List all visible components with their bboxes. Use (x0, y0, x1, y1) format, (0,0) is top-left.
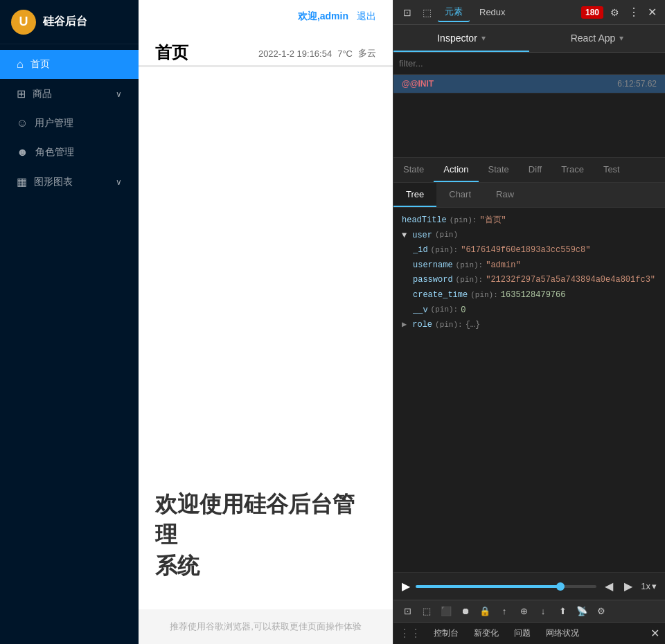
tree-user-fields: _id (pin): "6176149f60e1893a3cc559c8" us… (402, 243, 657, 318)
page-content: 欢迎使用硅谷后台管理 系统 (139, 67, 393, 609)
top-bar: 欢迎,admin 退出 (139, 0, 393, 33)
toolbar-btn-5[interactable]: 🔒 (477, 603, 493, 620)
console-tab-issues[interactable]: 问题 (507, 625, 538, 642)
play-button[interactable]: ▶ (402, 580, 410, 593)
weather-temp: 7°C (337, 48, 353, 59)
footer-tip: 推荐使用谷歌浏览器,可以获取更佳页面操作体验 (139, 609, 393, 644)
devtools-device-btn[interactable]: ⬚ (418, 4, 435, 21)
chevron-down-icon: ∨ (116, 89, 122, 99)
logo-icon: U (11, 10, 36, 35)
devtools-topbar: ⊡ ⬚ 元素 Redux 180 ⚙ ⋮ ✕ (393, 0, 665, 25)
devtools-toolbar: ⊡ ⬚ ⬛ ⏺ 🔒 ↑ ⊕ ↓ ⬆ 📡 ⚙ (393, 600, 665, 622)
progress-thumb (556, 582, 565, 591)
toolbar-btn-6[interactable]: ↑ (496, 603, 513, 620)
toolbar-btn-10[interactable]: 📡 (574, 603, 590, 620)
weather-desc: 多云 (358, 47, 376, 60)
page-meta: 2022-1-2 19:16:54 7°C 多云 (258, 42, 376, 65)
state-tab-diff[interactable]: Diff (519, 158, 551, 182)
console-bar: ⋮⋮ 控制台 新变化 问题 网络状况 ✕ (393, 622, 665, 644)
toolbar-btn-9[interactable]: ⬆ (554, 603, 571, 620)
tab-react-app[interactable]: React App ▾ (529, 25, 665, 52)
state-tabs: State Action State Diff Trace Test (393, 158, 665, 183)
progress-bar[interactable] (416, 585, 596, 588)
welcome-text: 欢迎使用硅谷后台管理 系统 (155, 489, 376, 582)
collapse-icon: ▼ (402, 229, 407, 244)
inspector-reactapp-bar: Inspector ▾ React App ▾ (393, 25, 665, 53)
logout-button[interactable]: 退出 (357, 10, 376, 23)
sidebar-item-goods[interactable]: ⊞ 商品 ∨ (0, 79, 139, 109)
tab-inspector[interactable]: Inspector ▾ (393, 25, 529, 52)
toolbar-btn-4[interactable]: ⏺ (457, 603, 474, 620)
toolbar-btn-8[interactable]: ↓ (535, 603, 551, 620)
toolbar-btn-2[interactable]: ⬚ (418, 603, 435, 620)
inspector-arrow: ▾ (481, 33, 486, 43)
react-app-label: React App (571, 33, 616, 44)
sidebar-item-roles-label: 角色管理 (35, 146, 74, 159)
content-area: 欢迎,admin 退出 首页 2022-1-2 19:16:54 7°C 多云 (139, 0, 393, 644)
sidebar-nav: ⌂ 首页 ⊞ 商品 ∨ ☺ 用户管理 ☻ 角色管理 (0, 44, 139, 644)
speed-select[interactable]: 1x ▾ (641, 581, 657, 591)
sidebar-item-charts-label: 图形图表 (34, 176, 73, 188)
sidebar-item-charts[interactable]: ▦ 图形图表 ∨ (0, 167, 139, 197)
filter-input[interactable] (399, 58, 659, 69)
console-close-button[interactable]: ✕ (650, 627, 659, 640)
sidebar: U 硅谷后台 ⌂ 首页 ⊞ 商品 ∨ ☺ 用 (0, 0, 139, 644)
roles-icon: ☻ (17, 146, 28, 159)
devtools-settings-btn[interactable]: ⚙ (606, 4, 623, 21)
filter-bar (393, 53, 665, 75)
state-tab-action[interactable]: Action (434, 158, 478, 182)
action-name: @@INIT (402, 79, 434, 89)
greeting-text: 欢迎,admin (298, 10, 348, 23)
tree-user-key[interactable]: ▼ user (pin) (402, 229, 657, 244)
console-tab-network[interactable]: 网络状况 (539, 625, 586, 642)
home-icon: ⌂ (17, 58, 24, 71)
state-tab-state-outer[interactable]: State (393, 158, 434, 182)
page-date: 2022-1-2 19:16:54 (258, 48, 332, 59)
sidebar-item-home-label: 首页 (30, 58, 50, 71)
view-tab-tree[interactable]: Tree (393, 183, 436, 207)
sidebar-item-users[interactable]: ☺ 用户管理 (0, 109, 139, 138)
username-text: admin (320, 10, 348, 21)
action-time: 6:12:57.62 (617, 79, 657, 89)
devtools-inspect-btn[interactable]: ⊡ (399, 4, 416, 21)
charts-icon: ▦ (17, 175, 27, 188)
drag-handle: ⋮⋮ (399, 627, 421, 640)
state-tab-state[interactable]: State (479, 158, 519, 182)
view-tab-raw[interactable]: Raw (484, 183, 526, 207)
devtools-tab-redux[interactable]: Redux (472, 4, 513, 20)
sidebar-item-roles[interactable]: ☻ 角色管理 (0, 138, 139, 167)
action-item-init[interactable]: @@INIT 6:12:57.62 (393, 75, 665, 93)
chevron-icon: ▾ (652, 581, 657, 591)
toolbar-btn-3[interactable]: ⬛ (438, 603, 454, 620)
sidebar-item-users-label: 用户管理 (35, 117, 73, 129)
devtools-close-btn[interactable]: ✕ (645, 6, 659, 19)
devtools-tab-elements[interactable]: 元素 (438, 3, 470, 22)
tree-password-field: password (pin): "21232f297a57a5a743894a0… (413, 273, 657, 288)
view-tabs: Tree Chart Raw (393, 183, 665, 208)
state-tab-trace[interactable]: Trace (551, 158, 594, 182)
toolbar-btn-1[interactable]: ⊡ (399, 603, 416, 620)
devtools-more-btn[interactable]: ⋮ (626, 6, 642, 19)
action-list: @@INIT 6:12:57.62 (393, 75, 665, 158)
next-button[interactable]: ▶ (621, 580, 635, 593)
tree-role-key[interactable]: ▶ role (pin): {…} (402, 318, 657, 333)
console-tab-console[interactable]: 控制台 (427, 625, 466, 642)
devtools-panel: ⊡ ⬚ 元素 Redux 180 ⚙ ⋮ ✕ Inspector ▾ React… (393, 0, 665, 644)
view-tab-chart[interactable]: Chart (436, 183, 484, 207)
tree-username-field: username (pin): "admin" (413, 258, 657, 274)
app-name: 硅谷后台 (43, 15, 87, 29)
state-tree: headTitle (pin): "首页" ▼ user (pin) _id (… (393, 208, 665, 572)
welcome-card: 欢迎使用硅谷后台管理 系统 (139, 67, 393, 609)
state-tab-test[interactable]: Test (594, 158, 630, 182)
goods-icon: ⊞ (17, 87, 26, 100)
toolbar-btn-7[interactable]: ⊕ (515, 603, 532, 620)
tree-v-field: __v (pin): 0 (413, 303, 657, 319)
console-tab-changes[interactable]: 新变化 (467, 625, 506, 642)
prev-button[interactable]: ◀ (602, 580, 616, 593)
chevron-down-icon-charts: ∨ (116, 177, 122, 187)
playback-bar: ▶ ◀ ▶ 1x ▾ (393, 572, 665, 600)
toolbar-btn-11[interactable]: ⚙ (593, 603, 610, 620)
tree-head-title: headTitle (pin): "首页" (402, 213, 657, 229)
redux-badge: 180 (581, 6, 603, 19)
sidebar-item-home[interactable]: ⌂ 首页 (0, 50, 139, 79)
